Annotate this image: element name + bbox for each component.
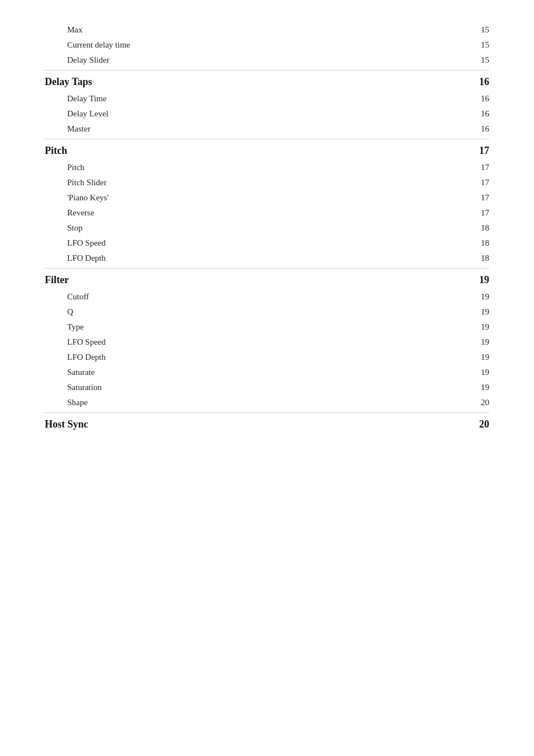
toc-item: Saturation 19	[45, 380, 489, 395]
toc-item: LFO Speed 19	[45, 335, 489, 350]
toc-section-title: Delay Taps	[45, 76, 92, 88]
toc-item-label: Delay Slider	[67, 55, 109, 65]
toc-item: Max 15	[45, 22, 489, 37]
toc-item: Stop 18	[45, 220, 489, 236]
toc-item-label: Delay Time	[67, 94, 106, 104]
toc-item-page: 15	[472, 40, 489, 50]
toc-item: Cutoff 19	[45, 289, 489, 304]
toc-item-page: 19	[472, 322, 489, 332]
toc-item-label: Max	[67, 25, 83, 35]
toc-section: Host Sync 20	[45, 412, 489, 434]
toc-item: Pitch Slider 17	[45, 175, 489, 190]
toc-item: Current delay time 15	[45, 37, 489, 53]
toc-item-page: 17	[472, 178, 489, 187]
toc-section-page: 16	[472, 76, 489, 88]
toc-item: Shape 20	[45, 395, 489, 410]
toc-section-title: Filter	[45, 274, 69, 286]
toc-item-page: 19	[472, 368, 489, 377]
toc-item: Reverse 17	[45, 205, 489, 220]
toc-item-label: Pitch	[67, 163, 85, 172]
toc-item-label: Shape	[67, 398, 88, 407]
toc-item-page: 19	[472, 307, 489, 317]
toc-item-label: Saturate	[67, 368, 95, 377]
toc-item: Type 19	[45, 320, 489, 335]
toc-item-label: 'Piano Keys'	[67, 193, 109, 203]
toc-item-label: LFO Depth	[67, 353, 106, 362]
toc-item-label: Stop	[67, 223, 83, 233]
toc-item: Master 16	[45, 121, 489, 137]
toc-item: Delay Level 16	[45, 106, 489, 121]
toc-item-page: 17	[472, 163, 489, 172]
toc-item-page: 19	[472, 353, 489, 362]
toc-item: Delay Slider 15	[45, 53, 489, 68]
toc-item-page: 15	[472, 55, 489, 65]
toc-item: LFO Depth 18	[45, 251, 489, 266]
toc-item-label: Current delay time	[67, 40, 130, 50]
toc-item-label: LFO Speed	[67, 337, 106, 347]
toc-item: Delay Time 16	[45, 91, 489, 106]
toc-item-page: 18	[472, 238, 489, 248]
toc-item-label: Pitch Slider	[67, 178, 106, 187]
toc-section-title: Host Sync	[45, 419, 88, 430]
toc-item: 'Piano Keys' 17	[45, 190, 489, 205]
toc-item-label: Reverse	[67, 208, 94, 218]
toc-item-label: Type	[67, 322, 84, 332]
toc-item-page: 17	[472, 208, 489, 218]
toc-item-page: 19	[472, 383, 489, 392]
toc-item-page: 18	[472, 223, 489, 233]
toc-item-label: Q	[67, 307, 73, 317]
toc-item-page: 16	[472, 109, 489, 119]
toc-container: Max 15 Current delay time 15 Delay Slide…	[45, 22, 489, 434]
toc-item-page: 15	[472, 25, 489, 35]
toc-item-label: Master	[67, 124, 91, 134]
toc-item-page: 16	[472, 124, 489, 134]
toc-item-label: LFO Depth	[67, 253, 106, 263]
toc-item-label: Delay Level	[67, 109, 109, 119]
toc-section-page: 20	[472, 419, 489, 430]
toc-section-page: 17	[472, 145, 489, 157]
toc-item-page: 17	[472, 193, 489, 203]
toc-item-label: Saturation	[67, 383, 102, 392]
toc-item-label: LFO Speed	[67, 238, 106, 248]
toc-section-page: 19	[472, 274, 489, 286]
toc-item: Saturate 19	[45, 365, 489, 380]
toc-item: Pitch 17	[45, 160, 489, 175]
toc-section: Pitch 17	[45, 139, 489, 160]
toc-item-page: 20	[472, 398, 489, 407]
toc-item-page: 19	[472, 337, 489, 347]
toc-item: Q 19	[45, 304, 489, 320]
toc-section: Delay Taps 16	[45, 70, 489, 91]
toc-section: Filter 19	[45, 268, 489, 289]
toc-item-page: 19	[472, 292, 489, 302]
toc-item-page: 18	[472, 253, 489, 263]
toc-item: LFO Speed 18	[45, 236, 489, 251]
toc-section-title: Pitch	[45, 145, 67, 157]
toc-item: LFO Depth 19	[45, 350, 489, 365]
toc-item-page: 16	[472, 94, 489, 104]
toc-item-label: Cutoff	[67, 292, 89, 302]
